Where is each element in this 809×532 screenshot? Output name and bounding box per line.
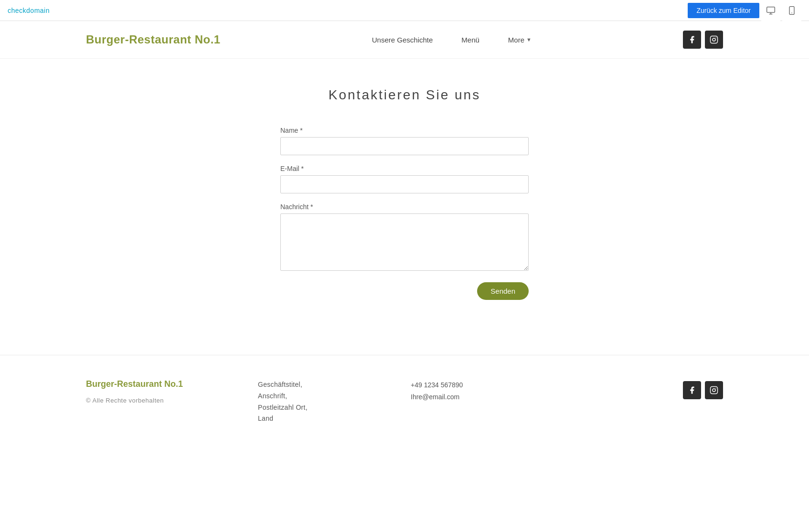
footer-instagram-button[interactable] [705, 381, 723, 399]
footer-address: Geschäftstitel, Anschrift, Postleitzahl … [258, 379, 373, 425]
mobile-icon [787, 6, 797, 15]
footer-email: Ihre@email.com [411, 391, 525, 403]
facebook-icon [688, 35, 696, 44]
submit-button[interactable]: Senden [477, 282, 529, 300]
svg-point-10 [715, 388, 716, 389]
nav-links: Unsere Geschichte Menü More ▼ [372, 36, 532, 44]
footer-logo[interactable]: Burger-Restaurant No.1 [86, 379, 220, 389]
back-to-editor-button[interactable]: Zurück zum Editor [688, 3, 759, 18]
checkdomain-logo-area: checkdomain [8, 7, 50, 14]
footer-copyright: © Alle Rechte vorbehalten [86, 397, 220, 404]
form-submit-row: Senden [280, 282, 529, 300]
message-textarea[interactable] [280, 213, 529, 271]
nav-link-geschichte[interactable]: Unsere Geschichte [372, 36, 433, 44]
footer-facebook-button[interactable] [683, 381, 701, 399]
footer-brand: Burger-Restaurant No.1 © Alle Rechte vor… [86, 379, 220, 404]
nav-instagram-button[interactable] [705, 31, 723, 49]
footer-address-line4: Land [258, 415, 273, 422]
instagram-icon [710, 386, 718, 394]
contact-form-wrapper: Name * E-Mail * Nachricht * [280, 127, 529, 300]
page-wrapper: Burger-Restaurant No.1 Unsere Geschichte… [0, 21, 809, 448]
email-required-star: * [301, 165, 304, 172]
svg-point-9 [713, 389, 715, 392]
name-input[interactable] [280, 137, 529, 155]
main-content: Kontaktieren Sie uns Name * E-Mail * [0, 59, 809, 355]
email-label: E-Mail * [280, 165, 529, 172]
name-required-star: * [300, 127, 302, 134]
site-logo[interactable]: Burger-Restaurant No.1 [86, 33, 221, 46]
desktop-view-button[interactable] [761, 0, 780, 21]
footer-address-text: Geschäftstitel, Anschrift, Postleitzahl … [258, 379, 373, 425]
monitor-icon [766, 6, 776, 15]
nav-facebook-button[interactable] [683, 31, 701, 49]
footer-address-line1: Geschäftstitel, [258, 381, 302, 388]
footer-contact-text: +49 1234 567890 Ihre@email.com [411, 379, 525, 403]
mobile-view-button[interactable] [782, 0, 801, 21]
svg-point-6 [713, 38, 715, 41]
name-field-group: Name * [280, 127, 529, 155]
footer-phone: +49 1234 567890 [411, 379, 525, 391]
svg-rect-8 [711, 387, 718, 394]
instagram-icon [710, 35, 718, 44]
editor-bar: checkdomain Zurück zum Editor [0, 0, 809, 21]
svg-point-4 [791, 12, 792, 13]
footer-address-line3: Postleitzahl Ort, [258, 404, 308, 411]
chevron-down-icon: ▼ [526, 37, 532, 43]
facebook-icon [688, 386, 696, 394]
name-label: Name * [280, 127, 529, 134]
svg-rect-5 [710, 36, 717, 43]
email-field-group: E-Mail * [280, 165, 529, 193]
message-label: Nachricht * [280, 203, 529, 211]
nav-link-menu[interactable]: Menü [461, 36, 479, 44]
site-navigation: Burger-Restaurant No.1 Unsere Geschichte… [0, 21, 809, 59]
svg-point-7 [715, 37, 716, 38]
email-input[interactable] [280, 175, 529, 193]
footer-social-icons [683, 379, 723, 399]
nav-more-dropdown[interactable]: More ▼ [508, 36, 532, 44]
message-field-group: Nachricht * [280, 203, 529, 273]
svg-rect-0 [767, 7, 775, 12]
nav-more-label: More [508, 36, 524, 44]
site-footer: Burger-Restaurant No.1 © Alle Rechte vor… [0, 355, 809, 448]
footer-address-line2: Anschrift, [258, 392, 287, 400]
page-heading: Kontaktieren Sie uns [10, 87, 799, 103]
nav-social-icons [683, 31, 723, 49]
message-required-star: * [310, 203, 313, 211]
editor-bar-right: Zurück zum Editor [688, 0, 801, 21]
contact-form: Name * E-Mail * Nachricht * [280, 127, 529, 300]
footer-contact: +49 1234 567890 Ihre@email.com [411, 379, 525, 403]
checkdomain-logo: checkdomain [8, 7, 50, 14]
